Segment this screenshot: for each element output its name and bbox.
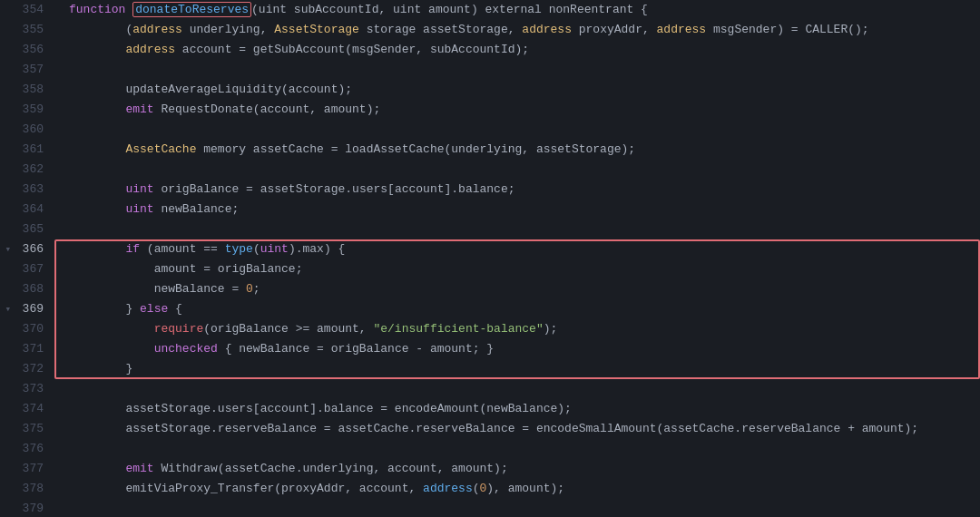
line-number: 354 [0, 0, 54, 20]
token-plain: emitViaProxy_Transfer(proxyAddr, account… [125, 482, 423, 495]
token-plain: ( [253, 242, 260, 256]
line-number: 364 [0, 200, 54, 219]
line-content: (address underlying, AssetStorage storag… [54, 20, 980, 40]
code-line-366: ▾ 366 if (amount == type(uint).max) { [0, 239, 980, 259]
token-plain: } [125, 302, 140, 316]
token-kw: emit [125, 462, 161, 475]
line-content: newBalance = 0; [54, 279, 980, 299]
line-number: 361 [0, 140, 54, 160]
lines-container: 354function donateToReserves(uint subAcc… [0, 0, 980, 517]
code-line-355: 355 (address underlying, AssetStorage st… [0, 20, 980, 40]
code-line-361: 361 AssetCache memory assetCache = loadA… [0, 140, 980, 160]
line-number: 373 [0, 379, 54, 399]
code-line-375: 375 assetStorage.reserveBalance = assetC… [0, 419, 980, 439]
token-plain: ; [253, 282, 260, 296]
token-plain: newBalance; [154, 202, 240, 216]
code-line-367: 367 amount = origBalance; [0, 259, 980, 279]
collapse-arrow-icon[interactable]: ▾ [0, 239, 11, 259]
token-plain: assetStorage.users[account].balance = en… [125, 402, 571, 415]
line-number: 379 [0, 499, 54, 517]
code-line-354: 354function donateToReserves(uint subAcc… [0, 0, 980, 20]
token-plain: underlying, [182, 23, 274, 36]
line-content [54, 219, 980, 239]
line-content: AssetCache memory assetCache = loadAsset… [54, 140, 980, 160]
token-plain: (amount == [140, 242, 225, 256]
line-content [54, 379, 980, 399]
token-plain: memory assetCache = loadAssetCache(under… [196, 142, 635, 156]
code-line-359: 359 emit RequestDonate(account, amount); [0, 100, 980, 120]
token-kw: if [125, 242, 140, 256]
code-line-372: 372 } [0, 359, 980, 379]
line-number: ▾ 369 [0, 299, 54, 319]
token-kw: else [140, 302, 168, 316]
line-number: 362 [0, 160, 54, 180]
code-line-362: 362 [0, 160, 980, 180]
token-addr: address [522, 23, 572, 36]
line-content: amount = origBalance; [54, 259, 980, 279]
token-plain: RequestDonate(account, amount); [161, 102, 380, 116]
token-num: 0 [246, 282, 253, 296]
line-number: 377 [0, 459, 54, 479]
line-number: 359 [0, 100, 54, 120]
token-type: AssetCache [125, 142, 196, 156]
token-plain: Withdraw(assetCache.underlying, account,… [161, 462, 507, 475]
line-content: emit Withdraw(assetCache.underlying, acc… [54, 459, 980, 479]
code-line-379: 379 [0, 499, 980, 517]
token-plain: proxyAddr, [572, 23, 657, 36]
line-content [54, 439, 980, 459]
token-kw: uint [125, 182, 153, 196]
line-content: } else { [54, 299, 980, 319]
code-line-374: 374 assetStorage.users[account].balance … [0, 399, 980, 419]
line-number: 360 [0, 120, 54, 140]
line-content: function donateToReserves(uint subAccoun… [54, 0, 980, 20]
line-content: if (amount == type(uint).max) { [54, 239, 980, 259]
token-plain: newBalance = [154, 282, 246, 296]
token-plain: updateAverageLiquidity(account); [125, 83, 352, 96]
line-number: 378 [0, 479, 54, 499]
code-line-369: ▾ 369 } else { [0, 299, 980, 319]
line-number: 368 [0, 279, 54, 299]
token-kw: emit [125, 102, 161, 116]
token-plain: msgSender) = CALLER(); [706, 23, 868, 36]
collapse-arrow-icon[interactable]: ▾ [0, 299, 11, 319]
code-area: 354function donateToReserves(uint subAcc… [0, 0, 980, 517]
token-kw: uint [260, 242, 289, 256]
token-plain: origBalance = assetStorage.users[account… [154, 182, 515, 196]
token-kw: function [69, 3, 132, 16]
token-addr: address [125, 43, 175, 56]
line-number: 365 [0, 219, 54, 239]
code-line-360: 360 [0, 120, 980, 140]
line-number: 370 [0, 319, 54, 339]
token-plain: { [168, 302, 182, 316]
line-number: 367 [0, 259, 54, 279]
line-content: unchecked { newBalance = origBalance - a… [54, 339, 980, 359]
code-line-377: 377 emit Withdraw(assetCache.underlying,… [0, 459, 980, 479]
code-line-365: 365 [0, 219, 980, 239]
line-number: 371 [0, 339, 54, 359]
line-content: require(origBalance >= amount, "e/insuff… [54, 319, 980, 339]
token-plain: ( [473, 482, 480, 495]
line-number: 357 [0, 60, 54, 80]
line-number: 376 [0, 439, 54, 459]
token-req: require [154, 322, 204, 336]
token-plain: ); [544, 322, 558, 336]
line-content: } [54, 359, 980, 379]
line-number: 363 [0, 180, 54, 200]
line-content: updateAverageLiquidity(account); [54, 80, 980, 100]
code-line-370: 370 require(origBalance >= amount, "e/in… [0, 319, 980, 339]
code-line-368: 368 newBalance = 0; [0, 279, 980, 299]
code-line-358: 358 updateAverageLiquidity(account); [0, 80, 980, 100]
token-plain: { newBalance = origBalance - amount; } [218, 342, 494, 356]
token-plain: assetStorage.reserveBalance = assetCache… [125, 422, 918, 435]
token-plain: (uint subAccountId, uint amount) externa… [251, 3, 648, 16]
token-str: "e/insufficient-balance" [373, 322, 543, 336]
code-line-371: 371 unchecked { newBalance = origBalance… [0, 339, 980, 359]
line-content: assetStorage.reserveBalance = assetCache… [54, 419, 980, 439]
line-content: emitViaProxy_Transfer(proxyAddr, account… [54, 479, 980, 499]
line-content [54, 120, 980, 140]
code-line-378: 378 emitViaProxy_Transfer(proxyAddr, acc… [0, 479, 980, 499]
code-line-356: 356 address account = getSubAccount(msgS… [0, 40, 980, 60]
token-plain: (origBalance >= amount, [203, 322, 373, 336]
line-number: ▾ 366 [0, 239, 54, 259]
function-name-highlight: donateToReserves [132, 2, 251, 17]
